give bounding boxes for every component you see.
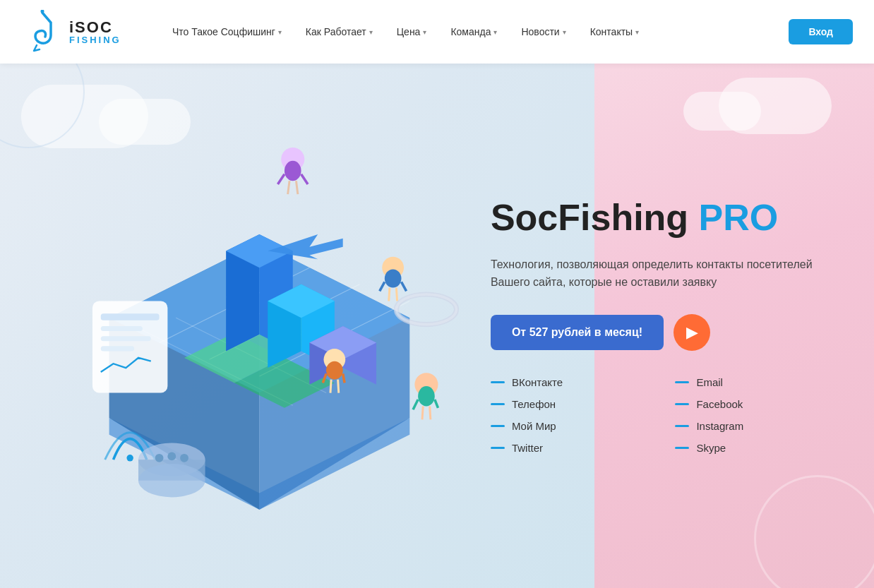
svg-point-55 [396, 294, 456, 325]
svg-point-59 [155, 453, 164, 462]
logo-soc: iSOC [69, 20, 121, 35]
svg-line-32 [301, 174, 308, 184]
nav-links: Что Такое Соцфишинг ▾ Как Работает ▾ Цен… [162, 20, 789, 43]
hero-illustration [42, 134, 477, 518]
feature-dash-icon [675, 425, 689, 427]
feature-facebook: Facebook [675, 398, 832, 410]
feature-dash-icon [675, 447, 689, 449]
svg-rect-27 [101, 336, 151, 341]
svg-rect-25 [101, 313, 160, 320]
svg-rect-26 [101, 326, 143, 331]
feature-dash-icon [675, 403, 689, 405]
feature-dash-icon [491, 381, 505, 383]
svg-point-61 [180, 453, 188, 462]
hero-subtitle: Технология, позволяющая определить конта… [491, 256, 830, 292]
hero-title: SocFishing PRO [491, 198, 832, 238]
nav-price[interactable]: Цена ▾ [387, 20, 437, 43]
svg-line-31 [277, 174, 284, 184]
feature-dash-icon [491, 425, 505, 427]
svg-line-45 [330, 379, 331, 392]
login-button[interactable]: Вход [789, 19, 853, 44]
logo-icon [21, 7, 64, 56]
svg-line-46 [338, 379, 339, 392]
svg-point-60 [167, 452, 176, 460]
nav-contacts[interactable]: Контакты ▾ [580, 20, 649, 43]
chevron-down-icon: ▾ [563, 28, 566, 36]
feature-myworld: Мой Мир [491, 420, 647, 432]
logo[interactable]: iSOC FISHING [21, 7, 134, 56]
svg-point-58 [138, 464, 205, 497]
svg-point-48 [418, 386, 435, 406]
svg-line-50 [435, 400, 438, 408]
navbar: iSOC FISHING Что Такое Соцфишинг ▾ Как Р… [0, 0, 874, 64]
svg-point-30 [285, 160, 301, 180]
svg-line-34 [296, 181, 297, 194]
svg-line-37 [380, 282, 385, 291]
feature-vkontakte: ВКонтакте [491, 376, 647, 388]
svg-line-52 [430, 406, 431, 419]
svg-point-36 [385, 269, 402, 287]
hero-cta: От 527 рублей в месяц! ▶ [491, 314, 832, 351]
feature-dash-icon [675, 381, 689, 383]
svg-point-53 [126, 455, 133, 461]
feature-skype: Skype [675, 442, 832, 454]
nav-news[interactable]: Новости ▾ [511, 20, 575, 43]
svg-line-38 [401, 282, 406, 291]
nav-team[interactable]: Команда ▾ [441, 20, 507, 43]
cta-arrow-button[interactable]: ▶ [674, 314, 710, 351]
hero-text: SocFishing PRO Технология, позволяющая о… [477, 198, 832, 453]
logo-fishing: FISHING [69, 35, 121, 44]
chevron-down-icon: ▾ [423, 28, 426, 36]
svg-point-42 [326, 361, 343, 379]
feature-phone: Телефон [491, 398, 647, 410]
feature-twitter: Twitter [491, 442, 647, 454]
feature-email: Email [675, 376, 832, 388]
svg-line-33 [288, 181, 289, 194]
chevron-down-icon: ▾ [369, 28, 373, 36]
isometric-illustration [42, 134, 477, 518]
hero-content: SocFishing PRO Технология, позволяющая о… [0, 106, 874, 546]
chevron-down-icon: ▾ [278, 28, 282, 36]
feature-dash-icon [491, 447, 505, 449]
svg-line-51 [422, 406, 423, 419]
chevron-down-icon: ▾ [493, 28, 497, 36]
cta-button[interactable]: От 527 рублей в месяц! [491, 315, 664, 350]
nav-what[interactable]: Что Такое Соцфишинг ▾ [162, 20, 292, 43]
svg-rect-28 [101, 346, 134, 351]
svg-line-40 [396, 287, 397, 301]
logo-text: iSOC FISHING [69, 20, 121, 44]
nav-how[interactable]: Как Работает ▾ [296, 20, 383, 43]
svg-line-49 [413, 400, 418, 409]
hero-section: SocFishing PRO Технология, позволяющая о… [0, 64, 874, 588]
svg-line-44 [343, 373, 345, 383]
arrow-right-icon: ▶ [686, 323, 698, 342]
svg-line-39 [389, 287, 390, 301]
feature-grid: ВКонтакте Email Телефон Facebook Мой Мир [491, 376, 832, 454]
feature-dash-icon [491, 403, 505, 405]
feature-instagram: Instagram [675, 420, 832, 432]
chevron-down-icon: ▾ [635, 28, 639, 36]
